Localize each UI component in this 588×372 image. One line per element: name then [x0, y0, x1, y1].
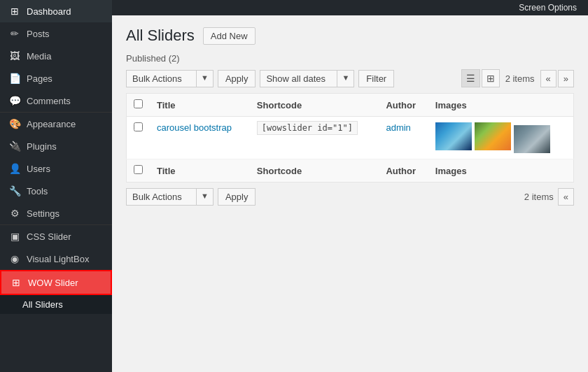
table-header-row: Title Shortcode Author Images: [127, 94, 574, 117]
sidebar-item-dashboard[interactable]: ⊞ Dashboard: [0, 0, 112, 22]
shortcode-value: [wowslider id="1"]: [257, 121, 358, 135]
table-row-checkbox: [127, 117, 150, 159]
main-content: All Sliders Add New Published (2) Bulk A…: [112, 15, 588, 217]
slider-thumb-3: [514, 125, 550, 153]
sidebar-section-plugins: ▣ CSS Slider ◉ Visual LightBox ⊞ WOW Sli…: [0, 224, 112, 314]
table-footer-header-row: Title Shortcode Author Images: [127, 159, 574, 183]
sidebar-item-plugins[interactable]: 🔌 Plugins: [0, 135, 112, 157]
sidebar-item-wow-slider[interactable]: ⊞ WOW Slider: [0, 270, 112, 295]
dashboard-icon: ⊞: [8, 6, 21, 17]
sidebar-item-label: Plugins: [27, 141, 57, 152]
date-filter-select: Show all dates ▼: [260, 70, 354, 87]
apply-button-top[interactable]: Apply: [218, 70, 256, 87]
sidebar-item-label: Settings: [27, 208, 59, 219]
bulk-actions-dropdown-top[interactable]: Bulk Actions: [126, 70, 196, 87]
select-all-checkbox[interactable]: [134, 99, 143, 108]
screen-options-bar: Screen Options: [112, 0, 588, 15]
table-footer-author: Author: [379, 159, 428, 183]
pagination-prev-bottom[interactable]: «: [558, 188, 574, 206]
slider-thumb-1: [435, 122, 472, 150]
page-title-row: All Sliders Add New: [126, 27, 574, 45]
sidebar-item-users[interactable]: 👤 Users: [0, 157, 112, 180]
sliders-table: Title Shortcode Author Images carousel b…: [126, 93, 574, 183]
sidebar-item-media[interactable]: 🖼 Media: [0, 45, 112, 67]
filter-button[interactable]: Filter: [358, 70, 394, 87]
media-icon: 🖼: [8, 50, 21, 62]
posts-icon: ✏: [8, 28, 21, 39]
sidebar-item-pages[interactable]: 📄 Pages: [0, 67, 112, 90]
sidebar-item-css-slider[interactable]: ▣ CSS Slider: [0, 225, 112, 248]
grid-view-button[interactable]: ⊞: [482, 69, 500, 87]
select-all-bottom-checkbox[interactable]: [134, 165, 143, 174]
bulk-actions-arrow-top[interactable]: ▼: [196, 70, 214, 87]
bulk-actions-select-top: Bulk Actions ▼: [126, 70, 214, 87]
sidebar-item-label: Tools: [27, 186, 48, 196]
table-header-images: Images: [428, 94, 574, 117]
main-content-area: Screen Options All Sliders Add New Publi…: [112, 0, 588, 372]
table-row: carousel bootstrap [wowslider id="1"] ad…: [127, 117, 574, 159]
appearance-icon: 🎨: [8, 118, 21, 129]
table-row-title: carousel bootstrap: [150, 117, 250, 159]
sidebar-item-label: CSS Slider: [27, 231, 71, 242]
toolbar-top: Bulk Actions ▼ Apply Show all dates ▼ Fi…: [126, 69, 574, 87]
table-row-images: [428, 117, 574, 159]
css-slider-icon: ▣: [8, 231, 21, 242]
sidebar-section-appearance: 🎨 Appearance 🔌 Plugins 👤 Users 🔧 Tools ⚙…: [0, 112, 112, 224]
items-count-top: 2 items: [505, 73, 535, 84]
sidebar-item-label: Pages: [27, 73, 52, 84]
settings-icon: ⚙: [8, 208, 21, 219]
visual-lightbox-icon: ◉: [8, 253, 21, 264]
sidebar-item-label: Users: [27, 164, 50, 174]
sidebar-item-label: WOW Slider: [28, 278, 78, 288]
sidebar-item-label: Comments: [27, 96, 71, 106]
sidebar-item-comments[interactable]: 💬 Comments: [0, 90, 112, 112]
date-dropdown[interactable]: Show all dates: [260, 70, 337, 87]
bulk-actions-arrow-bottom[interactable]: ▼: [196, 188, 214, 206]
sidebar-item-label: Posts: [27, 29, 50, 39]
sidebar-sub-item-label: All Sliders: [22, 299, 63, 310]
table-header-title: Title: [150, 94, 250, 117]
sidebar-item-visual-lightbox[interactable]: ◉ Visual LightBox: [0, 248, 112, 270]
items-count-bottom: 2 items: [524, 192, 554, 202]
sidebar-item-posts[interactable]: ✏ Posts: [0, 22, 112, 45]
sidebar-item-label: Appearance: [27, 119, 76, 129]
add-new-button[interactable]: Add New: [203, 27, 255, 45]
slider-title-link[interactable]: carousel bootstrap: [157, 122, 232, 133]
users-icon: 👤: [8, 163, 21, 174]
sidebar-item-settings[interactable]: ⚙ Settings: [0, 202, 112, 224]
page-title: All Sliders: [126, 27, 195, 45]
apply-button-bottom[interactable]: Apply: [218, 188, 256, 206]
bottom-pagination: «: [558, 188, 574, 206]
sidebar-item-appearance[interactable]: 🎨 Appearance: [0, 113, 112, 135]
sidebar-item-label: Dashboard: [27, 6, 71, 17]
sidebar-item-label: Visual LightBox: [27, 254, 89, 264]
table-header-shortcode: Shortcode: [250, 94, 379, 117]
wow-slider-icon: ⊞: [10, 277, 22, 288]
table-row-author: admin: [379, 117, 428, 159]
table-header-checkbox: [127, 94, 150, 117]
table-footer-title: Title: [150, 159, 250, 183]
row-checkbox[interactable]: [134, 122, 143, 131]
table-header-author: Author: [379, 94, 428, 117]
comments-icon: 💬: [8, 95, 21, 106]
tools-icon: 🔧: [8, 185, 21, 196]
pagination-first-top[interactable]: «: [540, 70, 556, 87]
view-controls: ☰ ⊞ 2 items « »: [461, 69, 574, 87]
sidebar-item-tools[interactable]: 🔧 Tools: [0, 180, 112, 202]
sidebar: ⊞ Dashboard ✏ Posts 🖼 Media 📄 Pages 💬 Co…: [0, 0, 112, 372]
plugins-icon: 🔌: [8, 141, 21, 152]
pages-icon: 📄: [8, 73, 21, 84]
table-footer-shortcode: Shortcode: [250, 159, 379, 183]
published-count-label: Published (2): [126, 53, 574, 64]
bulk-actions-dropdown-bottom[interactable]: Bulk Actions: [126, 188, 196, 206]
pagination-next-top[interactable]: »: [558, 70, 574, 87]
slider-thumb-2: [475, 122, 511, 150]
list-view-button[interactable]: ☰: [461, 69, 480, 87]
images-container: [435, 122, 566, 153]
author-link[interactable]: admin: [386, 122, 410, 133]
screen-options-button[interactable]: Screen Options: [519, 3, 577, 13]
toolbar-bottom: Bulk Actions ▼ Apply 2 items «: [126, 188, 574, 206]
table-row-shortcode: [wowslider id="1"]: [250, 117, 379, 159]
sidebar-subitem-all-sliders[interactable]: All Sliders: [0, 295, 112, 314]
date-arrow[interactable]: ▼: [337, 70, 354, 87]
